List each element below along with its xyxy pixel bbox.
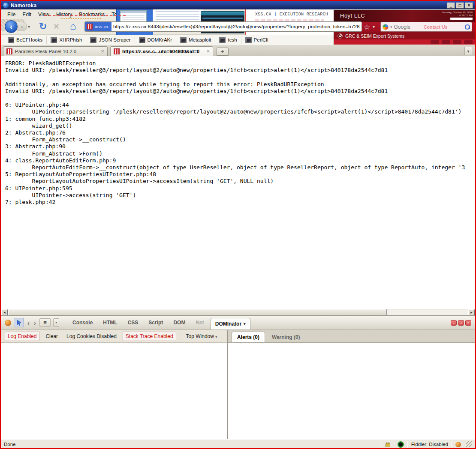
hoyt-search-field <box>450 18 473 20</box>
hoyt-nav-button <box>453 40 461 44</box>
status-bar: Done Fiddler: Disabled <box>1 439 475 449</box>
ssl-lock-icon[interactable] <box>386 443 390 447</box>
tab-warning[interactable]: Warning (0) <box>267 332 305 342</box>
scroll-left-icon[interactable]: ◄ <box>1 309 8 316</box>
hoyt-time: 6:18:12 PM <box>442 14 473 17</box>
bookmark-label: DOMKrAKr <box>148 37 172 42</box>
menu-history[interactable]: History <box>53 10 75 19</box>
list-all-tabs-icon[interactable]: ▾ <box>464 47 472 55</box>
devtools-tab-dom[interactable]: DOM <box>169 320 189 326</box>
url-input[interactable] <box>111 24 362 30</box>
close-button[interactable]: × <box>465 3 473 9</box>
status-text: Done <box>4 442 382 447</box>
site-identity-button[interactable]: xss.cx <box>85 22 111 31</box>
devtools-tab-css[interactable]: CSS <box>124 320 142 326</box>
tab-title: https://z.xss.c...uto=604800&id=0 <box>122 49 204 54</box>
urlbar-dropdown-icon[interactable]: ▾ <box>373 24 375 29</box>
forward-button[interactable]: › <box>17 22 27 31</box>
hoyt-nav-button <box>431 40 439 44</box>
dominator-label: DOMInator <box>215 321 241 327</box>
new-tab-button[interactable]: + <box>217 48 229 56</box>
devtools-tab-script[interactable]: Script <box>145 320 167 326</box>
top-window-label: Top Window <box>186 333 214 339</box>
minimize-button[interactable]: _ <box>447 3 455 9</box>
top-window-dropdown[interactable]: Top Window ▾ <box>184 332 220 341</box>
menu-bookmarks[interactable]: Bookmarks <box>75 10 108 19</box>
devtools-tab-dominator[interactable]: DOMInator ▾ <box>211 318 250 329</box>
tor-status-icon[interactable] <box>398 441 404 448</box>
tab-close-icon[interactable]: × <box>101 49 104 54</box>
firebug-statusbar-icon[interactable] <box>455 442 461 447</box>
browser-window: Namoroka _ □ × File Edit View History Bo… <box>0 0 476 449</box>
log-cookies-button[interactable]: Log Cookies Disabled <box>64 332 119 341</box>
location-bar[interactable]: xss.cx <box>84 21 362 32</box>
search-bar[interactable]: ▾ Contact Us <box>380 22 472 32</box>
status-divider <box>394 441 394 448</box>
scrollbar-thumb[interactable] <box>8 309 386 316</box>
history-dropdown-icon[interactable]: ▾ <box>28 24 30 29</box>
firebug-menu-icon[interactable]: ≡ <box>39 318 51 327</box>
tab-favicon <box>6 48 12 54</box>
devtools-tab-console[interactable]: Console <box>69 320 96 326</box>
bookmark-metasploit[interactable]: Metasploit <box>176 36 215 44</box>
tab-favicon <box>114 48 120 54</box>
dominator-log-panel[interactable] <box>1 343 227 439</box>
page-content: ERROR: PleskBadURIException Invalid URI:… <box>1 56 475 309</box>
bookmarks-toolbar: BeEFHooks XHRPhish JSON Scraper DOMKrAKr… <box>1 35 334 45</box>
devtools-minimize-icon[interactable]: – <box>451 320 457 326</box>
bookmark-label: JSON Scraper <box>99 37 130 42</box>
menu-edit[interactable]: Edit <box>19 10 35 19</box>
panel-back-icon[interactable]: ‹ <box>27 319 30 326</box>
devtools-popout-icon[interactable]: □ <box>458 320 464 326</box>
bookmark-label: PerlCli <box>254 37 268 42</box>
fiddler-status[interactable]: Fiddler: Disabled <box>411 442 448 447</box>
firebug-menu-caret-icon[interactable]: ▾ <box>53 318 59 327</box>
devtools-tab-html[interactable]: HTML <box>99 320 121 326</box>
bookmark-domkrakr[interactable]: DOMKrAKr <box>135 36 177 44</box>
search-icon[interactable] <box>464 24 470 30</box>
title-bar: Namoroka _ □ × <box>1 1 475 9</box>
reload-button[interactable]: ↻ <box>39 21 47 32</box>
home-button[interactable]: ⌂ <box>70 20 76 32</box>
stack-trace-button[interactable]: Stack Trace Enabled <box>123 332 176 341</box>
maximize-button[interactable]: □ <box>456 3 464 9</box>
research-banner-text: XSS.CX | EXECUTION RESEARCH <box>255 12 328 17</box>
log-enabled-button[interactable]: Log Enabled <box>5 332 39 341</box>
bookmark-beefhooks[interactable]: BeEFHooks <box>4 36 47 44</box>
scroll-right-icon[interactable]: ► <box>468 309 475 316</box>
bookmark-tcsh[interactable]: tcsh <box>215 36 241 44</box>
tab-plesk-panel[interactable]: Parallels Plesk Panel 10.2.0 × <box>3 46 108 56</box>
back-button[interactable]: ‹ <box>5 20 18 33</box>
tab-xss-error[interactable]: https://z.xss.c...uto=604800&id=0 × <box>110 46 213 56</box>
firebug-icon[interactable] <box>5 320 11 326</box>
bookmark-perlcli[interactable]: PerlCli <box>241 36 273 44</box>
alerts-content-panel[interactable] <box>228 343 475 439</box>
tab-close-icon[interactable]: × <box>206 49 210 54</box>
clear-button[interactable]: Clear <box>43 332 60 341</box>
hoyt-nav-band <box>334 39 476 45</box>
engine-dropdown-icon[interactable]: ▾ <box>390 25 392 29</box>
menu-view[interactable]: View <box>35 10 53 19</box>
tab-bar: Parallels Plesk Panel 10.2.0 × https://z… <box>1 45 475 56</box>
devtools-tab-net[interactable]: Net <box>192 320 208 326</box>
devtools-window-buttons: – □ ○ <box>451 320 471 326</box>
bookmark-star-icon[interactable]: ☆ <box>364 23 370 32</box>
bookmark-label: BeEFHooks <box>16 37 42 42</box>
panel-forward-icon[interactable]: › <box>33 319 37 326</box>
devtools-toolbar: ‹ › ≡ ▾ Console HTML CSS Script DOM Net … <box>1 315 475 330</box>
bookmark-label: Metasploit <box>189 37 211 42</box>
toolbar-divider <box>180 332 180 341</box>
bookmark-xhrphish[interactable]: XHRPhish <box>47 36 86 44</box>
resize-grip[interactable] <box>466 441 472 447</box>
menu-file[interactable]: File <box>4 10 19 19</box>
inspect-element-button[interactable] <box>14 318 24 327</box>
bookmark-json-scraper[interactable]: JSON Scraper <box>86 36 135 44</box>
overlay-artifact-line <box>44 15 126 16</box>
devtools-close-icon[interactable]: ○ <box>465 320 471 326</box>
stop-button[interactable]: × <box>54 21 59 32</box>
horizontal-scrollbar[interactable]: ◄ ► <box>1 309 475 315</box>
bookmark-icon <box>90 37 96 43</box>
status-right-cluster: Fiddler: Disabled <box>382 441 472 448</box>
devtools-panel: ‹ › ≡ ▾ Console HTML CSS Script DOM Net … <box>1 315 475 439</box>
tab-alerts[interactable]: Alerts (0) <box>232 332 265 342</box>
